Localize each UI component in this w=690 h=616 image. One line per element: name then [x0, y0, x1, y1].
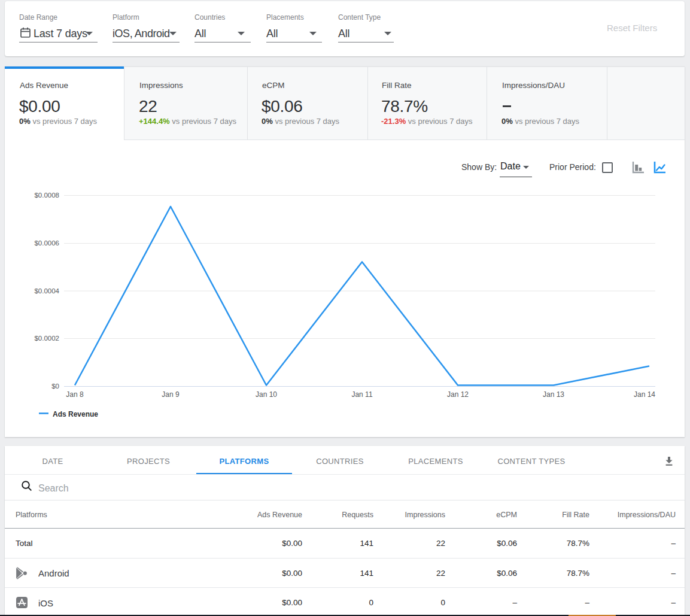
svg-text:$0.0006: $0.0006 — [34, 239, 59, 247]
svg-text:$0.0008: $0.0008 — [34, 192, 59, 199]
svg-text:Jan 12: Jan 12 — [447, 390, 469, 399]
svg-text:Jan 13: Jan 13 — [543, 390, 564, 399]
svg-text:Jan 9: Jan 9 — [162, 390, 180, 399]
svg-text:$0.0004: $0.0004 — [34, 287, 59, 295]
svg-text:Jan 10: Jan 10 — [256, 390, 277, 399]
svg-text:$0: $0 — [51, 383, 59, 390]
svg-text:Jan 8: Jan 8 — [66, 390, 84, 399]
svg-text:Ads Revenue: Ads Revenue — [53, 410, 98, 418]
svg-text:Jan 11: Jan 11 — [351, 390, 372, 399]
svg-text:$0.0002: $0.0002 — [34, 335, 59, 342]
svg-text:Jan 14: Jan 14 — [634, 390, 655, 399]
